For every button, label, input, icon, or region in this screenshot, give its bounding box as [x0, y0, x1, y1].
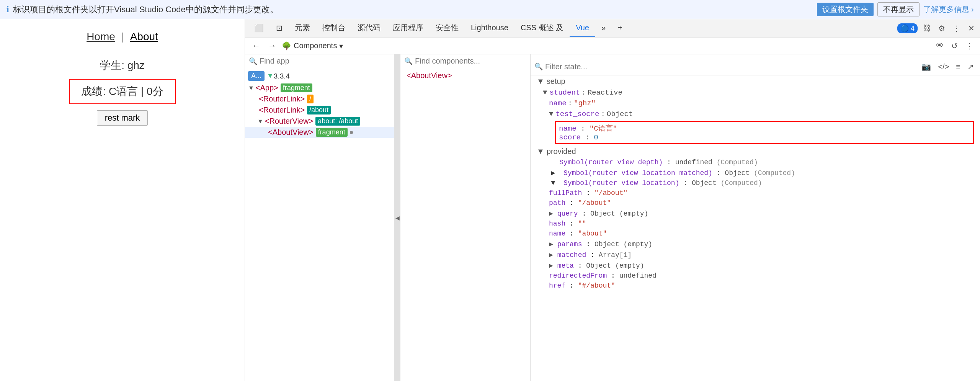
toolbar-icons: 👁 ↺ ⋮: [934, 40, 975, 52]
list-view-btn[interactable]: ≡: [954, 61, 963, 73]
location-params[interactable]: ▶ params : Object (empty): [531, 239, 980, 249]
setup-label: setup: [547, 77, 565, 86]
tab-vue[interactable]: Vue: [570, 19, 595, 37]
devtools-sub-toolbar: ← → 🌳 Components ▾ 👁 ↺ ⋮: [245, 38, 980, 54]
components-dropdown[interactable]: 🌳 Components ▾: [282, 41, 343, 51]
app-content: 学生: ghz 成绩: C语言 | 0分 rest mark: [0, 58, 245, 126]
tab-security[interactable]: 安全性: [430, 19, 465, 37]
tag-app: <App>: [256, 83, 278, 92]
student-expand[interactable]: ▼: [543, 88, 547, 97]
attr-fragment-about: fragment: [316, 128, 348, 137]
info-bar: ℹ 标识项目的根文件夹以打开Visual Studio Code中的源文件并同步…: [0, 0, 980, 19]
no-show-button[interactable]: 不再显示: [877, 2, 920, 16]
filter-state-input[interactable]: [545, 62, 917, 71]
app-panel: Home | About 学生: ghz 成绩: C语言 | 0分 rest m…: [0, 19, 245, 381]
version-a-label: A...: [248, 71, 265, 81]
connections-icon-btn[interactable]: ⛓: [921, 22, 933, 34]
sym-depth: Symbol(router view depth): [559, 159, 663, 166]
sym-depth-computed: (Computed): [717, 159, 758, 166]
score-key: score: [559, 133, 581, 142]
provided-section-header: ▼ provided: [531, 146, 980, 157]
tab-sources[interactable]: 源代码: [351, 19, 387, 37]
info-icon: ℹ: [6, 5, 9, 15]
location-meta[interactable]: ▶ meta : Object (empty): [531, 260, 980, 271]
sym-matched-computed: (Computed): [754, 169, 795, 177]
symbol-depth-row[interactable]: Symbol(router view depth) : undefined (C…: [531, 157, 980, 167]
code-view-btn[interactable]: </>: [936, 61, 951, 73]
tab-console[interactable]: 控制台: [316, 19, 351, 37]
component-list: A... ▼ 3.3.4 ▼ <App> fragment <: [245, 68, 394, 381]
more-options-btn[interactable]: ⋮: [951, 22, 963, 34]
close-devtools-btn[interactable]: ✕: [966, 22, 977, 34]
tab-elements[interactable]: 元素: [289, 19, 316, 37]
test-score-key: test_socre: [555, 110, 599, 118]
tab-add[interactable]: +: [612, 19, 629, 37]
name-key: name: [549, 99, 567, 108]
set-root-button[interactable]: 设置根文件夹: [817, 3, 874, 16]
rest-mark-button[interactable]: rest mark: [97, 110, 148, 126]
tab-screen[interactable]: ⬜: [248, 19, 270, 37]
test-score-type: Object: [607, 110, 633, 118]
open-editor-btn[interactable]: ↗: [965, 61, 976, 73]
about-link[interactable]: About: [130, 31, 158, 43]
location-href: href : "#/about": [531, 281, 980, 291]
home-link[interactable]: Home: [87, 31, 115, 43]
info-text: 标识项目的根文件夹以打开Visual Studio Code中的源文件并同步更改…: [13, 4, 813, 15]
filter-state-search: 🔍 📷 </> ≡ ↗: [531, 58, 980, 75]
test-score-object-row: ▼ test_socre : Object: [531, 109, 980, 119]
find-components-input[interactable]: [415, 57, 526, 65]
score-val: 0: [594, 133, 598, 142]
devtools-panel: ⬜ ⊡ 元素 控制台 源代码 应用程序 安全性 Lighthouse CSS 概…: [245, 19, 980, 381]
more-icon-btn[interactable]: ⋮: [963, 40, 975, 52]
tab-lighthouse[interactable]: Lighthouse: [465, 19, 514, 37]
tree-item-routerlink-about[interactable]: <RouterLink> /about: [245, 105, 394, 116]
tab-css[interactable]: CSS 概述 及: [514, 19, 570, 37]
provided-label: provided: [547, 147, 576, 156]
symbol-matched-row[interactable]: ▶ Symbol(router view location matched) :…: [531, 167, 980, 178]
screenshot-btn[interactable]: 📷: [919, 61, 933, 73]
app-nav: Home | About: [87, 31, 158, 43]
tree-item-routerview[interactable]: ▼ <RouterView> about: /about: [245, 116, 394, 127]
symbol-location-row[interactable]: ▼ Symbol(router view location) : Object …: [531, 178, 980, 188]
highlighted-score-block: name : "C语言" score : 0: [555, 121, 974, 144]
tab-more[interactable]: »: [595, 19, 612, 37]
find-components-search: 🔍: [400, 54, 530, 68]
tab-application[interactable]: 应用程序: [387, 19, 430, 37]
expand-arrow-routerview: ▼: [257, 118, 263, 125]
expand-arrow-app: ▼: [248, 85, 254, 92]
tag-routerlink-about: <RouterLink>: [259, 106, 305, 114]
provided-expand-arrow[interactable]: ▼: [537, 147, 544, 156]
version-row: A... ▼ 3.3.4: [245, 70, 394, 82]
location-query[interactable]: ▶ query : Object (empty): [531, 208, 980, 219]
learn-more-link[interactable]: 了解更多信息 ›: [923, 4, 974, 15]
settings-icon-btn[interactable]: ⚙: [936, 22, 947, 34]
student-type: Reactive: [588, 88, 622, 97]
find-app-input[interactable]: [260, 57, 390, 65]
forward-button[interactable]: →: [266, 40, 279, 52]
attr-fragment-app: fragment: [281, 83, 312, 92]
eye-icon-btn[interactable]: 👁: [934, 40, 946, 52]
tree-item-aboutview[interactable]: <AboutView> fragment: [245, 127, 394, 138]
back-button[interactable]: ←: [250, 40, 263, 52]
nav-separator: |: [121, 31, 124, 43]
filter-search-icon: 🔍: [534, 62, 543, 71]
component-detail-pane: 🔍 <AboutView>: [400, 54, 531, 381]
test-score-expand[interactable]: ▼: [549, 110, 553, 118]
setup-expand-arrow[interactable]: ▼: [537, 77, 544, 86]
location-redirectedfrom: redirectedFrom : undefined: [531, 271, 980, 281]
dropdown-arrow: ▾: [339, 41, 343, 51]
refresh-icon-btn[interactable]: ↺: [949, 40, 960, 52]
tag-routerview: <RouterView>: [265, 117, 313, 126]
name2-row: name : "C语言": [559, 123, 970, 133]
location-matched[interactable]: ▶ matched : Array[1]: [531, 249, 980, 260]
devtools-content: 🔍 A... ▼ 3.3.4 ▼ <App> fra: [245, 54, 980, 381]
tree-item-app[interactable]: ▼ <App> fragment: [245, 82, 394, 93]
tab-pointer[interactable]: ⊡: [270, 19, 289, 37]
sym-matched-val: : Object: [717, 169, 754, 177]
badge-count: 🔵 4: [897, 23, 918, 33]
components-label-text: Components: [294, 41, 337, 50]
attr-about: /about: [307, 106, 331, 114]
collapse-handle[interactable]: ◀: [394, 54, 400, 381]
search-icon: 🔍: [249, 57, 257, 65]
tree-item-routerlink-home[interactable]: <RouterLink> /: [245, 93, 394, 105]
